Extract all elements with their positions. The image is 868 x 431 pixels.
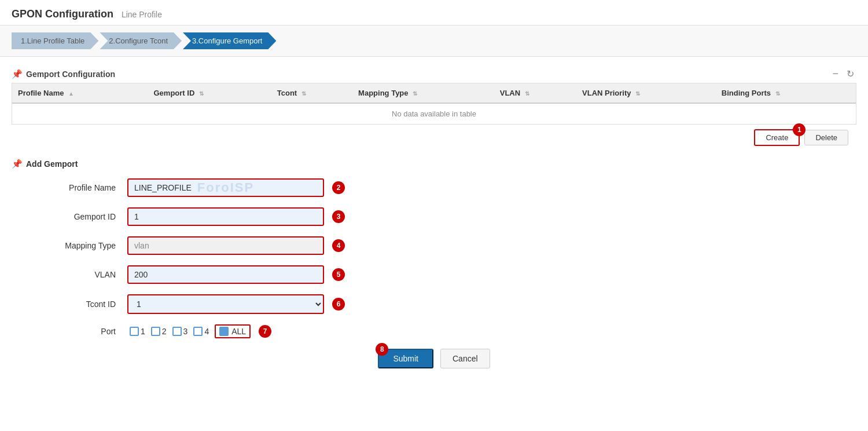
label-profile-name: Profile Name	[12, 183, 127, 192]
label-gemport-id: Gemport ID	[12, 212, 127, 221]
port-checkboxes: 1 2 3 4 ALL	[130, 324, 251, 338]
port-1-checkbox[interactable]	[130, 327, 139, 336]
form-row-tcont-id: Tcont ID 1 2 3 4 6	[12, 294, 856, 314]
create-badge: 1	[793, 123, 806, 136]
label-mapping-type: Mapping Type	[12, 241, 127, 250]
gemport-table: Profile Name ▲ Gemport ID ⇅ Tcont ⇅ Mapp…	[12, 83, 856, 124]
col-gemport-id[interactable]: Gemport ID ⇅	[148, 83, 271, 103]
add-gemport-section: 📌 Add Gemport Profile Name ForoISP 2 Gem…	[12, 151, 856, 368]
port-2-item: 2	[151, 327, 167, 336]
port-3-checkbox[interactable]	[172, 327, 182, 336]
gemport-id-badge: 3	[332, 210, 345, 223]
vlan-badge: 5	[332, 268, 345, 281]
col-profile-name[interactable]: Profile Name ▲	[12, 83, 148, 103]
add-pin-icon: 📌	[12, 159, 23, 169]
wizard-step-1[interactable]: 1.Line Profile Table	[12, 32, 98, 49]
form-row-mapping-type: Mapping Type 4	[12, 236, 856, 255]
port-3-label: 3	[183, 327, 188, 336]
wizard-step-2[interactable]: 2.Configure Tcont	[100, 32, 182, 49]
port-4-checkbox[interactable]	[193, 327, 203, 336]
port-all-checkbox[interactable]	[219, 327, 229, 336]
profile-name-badge: 2	[332, 181, 345, 194]
form-row-profile-name: Profile Name ForoISP 2	[12, 178, 856, 197]
page-header: GPON Configuration Line Profile	[0, 0, 868, 25]
profile-name-wrap: ForoISP 2	[127, 178, 345, 197]
col-vlan-priority[interactable]: VLAN Priority ⇅	[576, 83, 716, 103]
port-2-label: 2	[162, 327, 167, 336]
form-actions: Submit 8 Cancel	[12, 349, 856, 368]
vlan-wrap: 5	[127, 265, 345, 284]
sort-icon-gemport-id: ⇅	[199, 90, 204, 97]
port-badge: 7	[259, 325, 271, 338]
minimize-icon[interactable]: −	[832, 68, 838, 79]
mapping-type-wrap: 4	[127, 236, 345, 255]
gemport-panel-title: 📌 Gemport Configuration	[12, 69, 115, 79]
add-gemport-title: 📌 Add Gemport	[12, 151, 856, 178]
cancel-button[interactable]: Cancel	[440, 349, 490, 368]
port-2-checkbox[interactable]	[151, 327, 160, 336]
port-1-label: 1	[141, 327, 145, 336]
pin-icon: 📌	[12, 69, 23, 79]
gemport-panel-header: 📌 Gemport Configuration − ↻	[12, 64, 856, 83]
sort-icon-vlan: ⇅	[525, 90, 529, 97]
mapping-type-input[interactable]	[127, 236, 324, 255]
form-row-vlan: VLAN 5	[12, 265, 856, 284]
port-4-item: 4	[193, 327, 209, 336]
form-row-port: Port 1 2 3 4	[12, 324, 856, 338]
table-header-row: Profile Name ▲ Gemport ID ⇅ Tcont ⇅ Mapp…	[12, 83, 856, 103]
label-vlan: VLAN	[12, 270, 127, 279]
wizard-step-3[interactable]: 3.Configure Gemport	[183, 32, 276, 49]
delete-button[interactable]: Delete	[804, 130, 848, 145]
sort-icon-mapping: ⇅	[413, 90, 417, 97]
col-vlan[interactable]: VLAN ⇅	[494, 83, 576, 103]
wizard-bar: 1.Line Profile Table 2.Configure Tcont 3…	[0, 25, 868, 57]
table-actions: Create 1 Delete	[12, 125, 856, 151]
gemport-id-input[interactable]	[127, 207, 324, 226]
page-title: GPON Configuration	[12, 8, 113, 20]
panel-controls[interactable]: − ↻	[832, 68, 854, 79]
port-all-label: ALL	[231, 327, 246, 336]
port-3-item: 3	[172, 327, 188, 336]
vlan-input[interactable]	[127, 265, 324, 284]
gemport-table-wrapper: Profile Name ▲ Gemport ID ⇅ Tcont ⇅ Mapp…	[12, 83, 856, 125]
page-subtitle: Line Profile	[122, 10, 162, 19]
sort-icon-tcont: ⇅	[301, 90, 306, 97]
port-1-item: 1	[130, 327, 145, 336]
label-port: Port	[12, 327, 127, 336]
tcont-id-badge: 6	[332, 298, 345, 311]
col-tcont[interactable]: Tcont ⇅	[271, 83, 352, 103]
sort-icon-binding-ports: ⇅	[775, 90, 780, 97]
mapping-type-badge: 4	[332, 239, 345, 252]
sort-icon-vlan-priority: ⇅	[635, 90, 640, 97]
sort-icon-profile: ▲	[68, 90, 74, 97]
tcont-id-wrap: 1 2 3 4 6	[127, 294, 345, 314]
col-binding-ports[interactable]: Binding Ports ⇅	[716, 83, 856, 103]
refresh-icon[interactable]: ↻	[847, 68, 854, 79]
port-wrap: 1 2 3 4 ALL 7	[127, 324, 271, 338]
port-all-item: ALL	[215, 324, 251, 338]
no-data-cell: No data available in table	[12, 103, 856, 124]
col-mapping-type[interactable]: Mapping Type ⇅	[352, 83, 494, 103]
form-row-gemport-id: Gemport ID 3	[12, 207, 856, 226]
gemport-id-wrap: 3	[127, 207, 345, 226]
port-4-label: 4	[204, 327, 209, 336]
label-tcont-id: Tcont ID	[12, 299, 127, 309]
profile-name-input[interactable]	[127, 178, 324, 197]
table-row-no-data: No data available in table	[12, 103, 856, 124]
tcont-id-select[interactable]: 1 2 3 4	[127, 294, 324, 314]
